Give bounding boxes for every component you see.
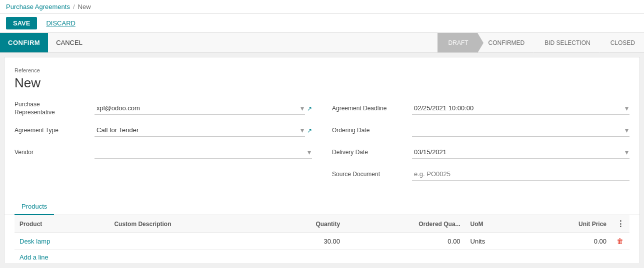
action-bar: SAVE DISCARD — [0, 14, 644, 33]
dropdown-icon-purchase-representative[interactable]: ▾ — [300, 104, 305, 112]
products-table: Product Custom Description Quantity Orde… — [14, 215, 630, 250]
external-link-agreement-type[interactable]: ↗ — [307, 127, 312, 134]
field-row-purchase-representative: PurchaseRepresentative ▾ ↗ — [14, 101, 312, 117]
input-source-document[interactable] — [412, 169, 630, 179]
confirm-button[interactable]: CONFIRM — [0, 33, 48, 52]
stage-closed[interactable]: CLOSED — [600, 33, 644, 52]
label-vendor: Vendor — [14, 149, 94, 157]
breadcrumb-separator: / — [73, 3, 75, 10]
label-source-document: Source Document — [332, 171, 412, 179]
field-row-source-document: Source Document — [332, 167, 630, 183]
fields-left: PurchaseRepresentative ▾ ↗ Agreement Typ… — [14, 101, 312, 189]
dropdown-icon-agreement-deadline[interactable]: ▾ — [624, 104, 630, 112]
label-ordering-date: Ordering Date — [332, 127, 412, 135]
col-header-unit-price: Unit Price — [523, 215, 612, 233]
cell-delete: 🗑 — [612, 233, 630, 250]
label-delivery-date: Delivery Date — [332, 149, 412, 157]
cell-ordered-qty: 0.00 — [345, 233, 466, 250]
field-row-delivery-date: Delivery Date ▾ — [332, 145, 630, 161]
table-row: Desk lamp 30.00 0.00 Units 0.00 🗑 — [14, 233, 630, 250]
stage-confirmed[interactable]: CONFIRMED — [478, 33, 534, 52]
value-agreement-type: ▾ — [94, 125, 305, 137]
save-button[interactable]: SAVE — [6, 17, 37, 29]
input-agreement-deadline[interactable] — [412, 103, 624, 113]
dropdown-icon-delivery-date[interactable]: ▾ — [624, 148, 630, 156]
cell-product: Desk lamp — [14, 233, 109, 250]
main-content: Reference New PurchaseRepresentative ▾ ↗ — [0, 53, 644, 263]
col-header-product: Product — [14, 215, 109, 233]
col-header-custom-description: Custom Description — [109, 215, 265, 233]
col-header-quantity: Quantity — [265, 215, 345, 233]
tab-products[interactable]: Products — [14, 199, 54, 215]
field-row-agreement-type: Agreement Type ▾ ↗ — [14, 123, 312, 139]
input-purchase-representative[interactable] — [94, 103, 300, 113]
reference-value: New — [14, 75, 630, 91]
add-line-button[interactable]: Add a line — [14, 250, 54, 263]
col-header-uom: UoM — [466, 215, 523, 233]
field-row-vendor: Vendor ▾ — [14, 145, 312, 161]
external-link-purchase-representative[interactable]: ↗ — [307, 105, 312, 112]
input-vendor[interactable] — [94, 147, 306, 157]
cell-uom: Units — [466, 233, 523, 250]
col-header-options: ⋮ — [612, 215, 630, 233]
dropdown-icon-agreement-type[interactable]: ▾ — [300, 126, 305, 134]
fields-right: Agreement Deadline ▾ Ordering Date — [332, 101, 630, 189]
dropdown-icon-vendor[interactable]: ▾ — [306, 148, 312, 156]
col-header-ordered-qty: Ordered Qua... — [345, 215, 466, 233]
discard-button[interactable]: DISCARD — [41, 17, 80, 29]
label-purchase-representative: PurchaseRepresentative — [14, 101, 94, 116]
breadcrumb-parent[interactable]: Purchase Agreements — [6, 3, 70, 10]
cell-unit-price: 0.00 — [523, 233, 612, 250]
status-bar: CONFIRM CANCEL DRAFT CONFIRMED BID SELEC… — [0, 33, 644, 53]
cancel-status-button[interactable]: CANCEL — [48, 33, 90, 52]
product-link[interactable]: Desk lamp — [20, 238, 50, 245]
value-source-document — [412, 169, 630, 181]
value-vendor: ▾ — [94, 147, 312, 159]
tabs-bar: Products — [4, 199, 640, 215]
table-header-row: Product Custom Description Quantity Orde… — [14, 215, 630, 233]
field-row-ordering-date: Ordering Date ▾ — [332, 123, 630, 139]
cell-custom-description — [109, 233, 265, 250]
delete-row-icon[interactable]: 🗑 — [616, 237, 624, 245]
cell-quantity: 30.00 — [265, 233, 345, 250]
value-ordering-date: ▾ — [412, 125, 630, 137]
field-row-agreement-deadline: Agreement Deadline ▾ — [332, 101, 630, 117]
fields-grid: PurchaseRepresentative ▾ ↗ Agreement Typ… — [14, 101, 630, 189]
input-delivery-date[interactable] — [412, 147, 624, 157]
input-agreement-type[interactable] — [94, 125, 300, 135]
label-agreement-deadline: Agreement Deadline — [332, 105, 412, 113]
stage-draft[interactable]: DRAFT — [438, 33, 478, 52]
breadcrumb-bar: Purchase Agreements / New — [0, 0, 644, 14]
input-ordering-date[interactable] — [412, 125, 624, 135]
value-purchase-representative: ▾ — [94, 103, 305, 115]
value-delivery-date: ▾ — [412, 147, 630, 159]
stage-bid-selection[interactable]: BID SELECTION — [534, 33, 599, 52]
dropdown-icon-ordering-date[interactable]: ▾ — [624, 126, 630, 134]
breadcrumb-current: New — [78, 3, 91, 10]
value-agreement-deadline: ▾ — [412, 103, 630, 115]
form-card: Reference New PurchaseRepresentative ▾ ↗ — [4, 57, 640, 263]
reference-label: Reference — [14, 67, 630, 73]
table-options-icon[interactable]: ⋮ — [616, 220, 624, 228]
label-agreement-type: Agreement Type — [14, 127, 94, 135]
stage-pipeline: DRAFT CONFIRMED BID SELECTION CLOSED — [438, 33, 644, 52]
